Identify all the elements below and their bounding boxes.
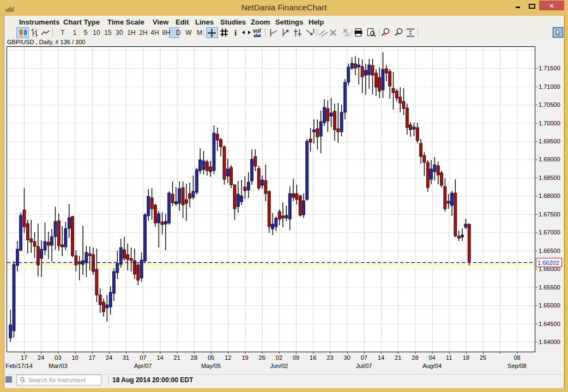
svg-text:03: 03 (55, 354, 61, 361)
svg-text:1.68500: 1.68500 (539, 174, 560, 181)
svg-text:vol: vol (253, 28, 261, 34)
svg-text:1.71500: 1.71500 (539, 65, 560, 71)
svg-text:1.64500: 1.64500 (539, 321, 560, 327)
svg-text:Feb/17/14: Feb/17/14 (5, 363, 33, 369)
svg-text:1.65000: 1.65000 (539, 302, 560, 309)
svg-text:1.67000: 1.67000 (539, 229, 560, 236)
svg-text:18: 18 (463, 354, 469, 361)
svg-text:Apr/07: Apr/07 (134, 363, 152, 369)
svg-text:all: all (345, 32, 349, 38)
svg-text:1.68000: 1.68000 (539, 192, 560, 199)
svg-text:Aug/04: Aug/04 (422, 363, 442, 369)
svg-text:14: 14 (378, 354, 384, 361)
svg-text:12: 12 (225, 354, 231, 361)
svg-text:Jun/02: Jun/02 (270, 363, 288, 369)
svg-text:i: i (234, 28, 237, 37)
svg-text:11: 11 (446, 354, 452, 361)
svg-text:1.66202: 1.66202 (537, 260, 559, 266)
svg-text:24: 24 (38, 354, 44, 361)
svg-text:1.66500: 1.66500 (539, 248, 560, 254)
svg-text:1.65500: 1.65500 (539, 284, 560, 291)
svg-text:09: 09 (293, 354, 299, 361)
svg-text:08: 08 (513, 354, 520, 361)
svg-text:17: 17 (21, 354, 27, 361)
svg-text:1.70000: 1.70000 (539, 120, 560, 126)
svg-text:28: 28 (191, 354, 197, 361)
svg-text:23: 23 (327, 354, 333, 361)
svg-text:1.71000: 1.71000 (539, 83, 560, 90)
svg-text:Mar/03: Mar/03 (49, 363, 67, 369)
svg-text:14: 14 (156, 354, 163, 361)
svg-text:30: 30 (343, 354, 350, 361)
svg-text:1.67500: 1.67500 (539, 211, 560, 218)
svg-text:21: 21 (395, 354, 401, 361)
svg-text:May/05: May/05 (201, 363, 221, 369)
svg-text:1.69000: 1.69000 (539, 156, 560, 162)
svg-text:19: 19 (241, 354, 248, 361)
svg-text:Sep/08: Sep/08 (507, 363, 527, 369)
svg-text:21: 21 (174, 354, 180, 361)
svg-text:1.69500: 1.69500 (539, 138, 560, 144)
svg-text:1.70500: 1.70500 (539, 101, 560, 108)
svg-text:10: 10 (71, 354, 78, 361)
svg-text:Jul/07: Jul/07 (356, 363, 372, 369)
svg-text:28: 28 (412, 354, 418, 361)
svg-text:04: 04 (428, 354, 435, 361)
svg-text:1.64000: 1.64000 (539, 339, 560, 345)
svg-text:31: 31 (123, 354, 129, 361)
svg-text:26: 26 (259, 354, 265, 361)
svg-text:07: 07 (140, 354, 146, 361)
svg-text:07: 07 (361, 354, 367, 361)
svg-text:25: 25 (480, 354, 486, 361)
svg-text:GBP/USD , Daily, # 136 / 300: GBP/USD , Daily, # 136 / 300 (7, 39, 85, 45)
svg-text:24: 24 (106, 354, 112, 361)
svg-text:17: 17 (89, 354, 95, 361)
svg-text:16: 16 (310, 354, 316, 361)
svg-text:02: 02 (276, 354, 282, 361)
svg-text:05: 05 (208, 354, 214, 361)
